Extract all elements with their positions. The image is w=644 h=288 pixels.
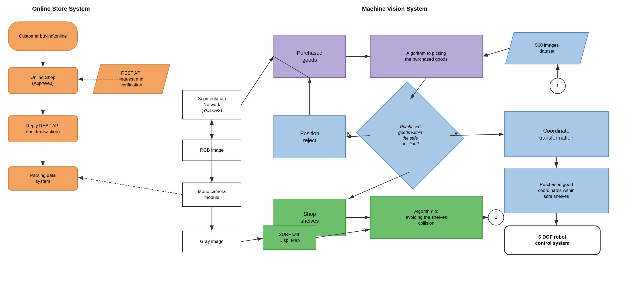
purchased-goods-box: Purchased goods bbox=[273, 35, 346, 78]
diamond-box: Purchased goods within the safe position… bbox=[370, 99, 450, 172]
robot-box: 6 DOF robot control system bbox=[504, 225, 601, 255]
online-shop-box: Online Shop (App/Web) bbox=[8, 67, 78, 94]
svg-line-6 bbox=[78, 177, 182, 195]
circle-1a: 1 bbox=[550, 78, 566, 94]
surf-box: SURF with Disp. Map bbox=[263, 225, 316, 250]
position-reject-box: Position reject bbox=[273, 115, 346, 158]
diagram-container: Online Store System Machine Vision Syste… bbox=[0, 0, 644, 288]
algorithm-picking-box: Algorithm to picking the purchased goods bbox=[370, 35, 483, 78]
online-store-title: Online Store System bbox=[32, 5, 90, 12]
gray-image-box: Gray image bbox=[182, 231, 241, 252]
coord-transform-box: Coordinate transformation bbox=[504, 111, 609, 157]
parsing-data-box: Parsing data system bbox=[8, 166, 78, 191]
machine-vision-title: Machine Vision System bbox=[362, 5, 427, 12]
mono-camera-box: Mono camera module bbox=[182, 183, 241, 207]
svg-line-14 bbox=[483, 48, 509, 56]
svg-line-10 bbox=[241, 238, 263, 242]
reply-rest-box: Reply REST API (last transaction) bbox=[8, 115, 78, 142]
algorithm-avoiding-box: Algorithm to avoiding the shelves collis… bbox=[370, 196, 483, 239]
purchased-coords-box: Purchased good coordinates within safe s… bbox=[504, 168, 609, 213]
svg-line-12 bbox=[241, 56, 273, 105]
n-label: N bbox=[347, 132, 351, 137]
y-label: Y bbox=[454, 132, 458, 137]
circle-1b: 1 bbox=[488, 209, 504, 225]
rgb-image-box: RGB image bbox=[182, 140, 241, 161]
customer-box: Customer buying\online bbox=[8, 21, 78, 51]
segmentation-box: Segmentation Network (YOLOv2) bbox=[182, 90, 241, 119]
rest-api-box: REST API request and verification bbox=[92, 64, 170, 94]
dataset-box: 500 images dataset bbox=[505, 32, 589, 64]
